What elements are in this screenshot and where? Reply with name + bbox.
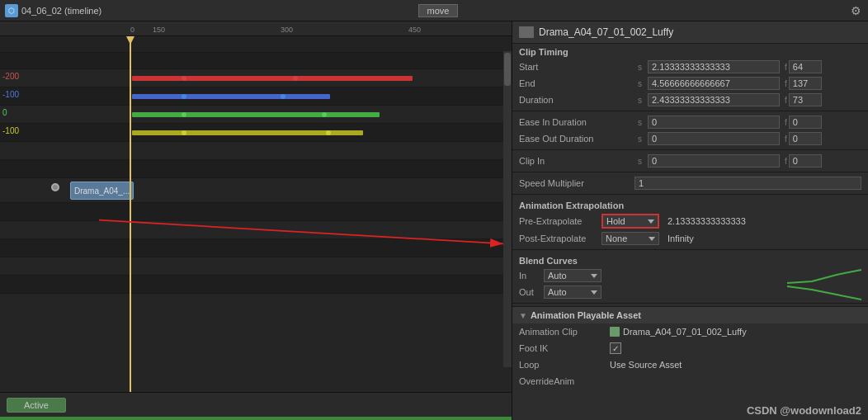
divider-2: [512, 149, 868, 150]
blend-in-curve-svg: [787, 267, 861, 285]
prop-clip-in-s-input[interactable]: [648, 154, 780, 168]
blend-out-curve-svg: [787, 283, 861, 301]
asset-foot-ik-value[interactable]: ✓: [610, 342, 861, 354]
chevron-down-blend-out-icon: [591, 290, 597, 295]
blend-out-label: Out: [519, 287, 544, 297]
prop-start: Start s f: [512, 59, 868, 75]
divider-1: [512, 111, 868, 111]
gear-icon[interactable]: ⚙: [848, 3, 863, 18]
blend-in-dropdown[interactable]: Auto: [544, 269, 601, 282]
extrap-post-dropdown[interactable]: None: [601, 232, 659, 245]
vertical-scrollbar[interactable]: [503, 51, 512, 367]
inspector-title: Drama_A04_07_01_002_Luffy: [539, 26, 673, 38]
clip-block[interactable]: Drama_A04_...: [70, 182, 134, 200]
track-empty-4: [0, 160, 512, 178]
extrap-post-row: Post-Extrapolate None Infinity: [512, 230, 868, 247]
timeline-icon: ⬡: [5, 4, 18, 17]
chevron-down-icon: [648, 219, 654, 224]
asset-override-anim-label: OverrideAnim: [519, 376, 610, 386]
blend-out-value: Auto: [548, 287, 567, 297]
foot-ik-checkbox[interactable]: ✓: [610, 342, 621, 354]
extrap-pre-dropdown[interactable]: Hold: [601, 214, 659, 229]
asset-foot-ik-label: Foot IK: [519, 343, 610, 353]
inspector-panel: Drama_A04_07_01_002_Luffy Clip Timing St…: [512, 21, 868, 420]
asset-prop-override-anim: OverrideAnim: [512, 373, 868, 389]
extrap-pre-extra: 2.13333333333333: [668, 216, 746, 226]
clip-label: Drama_A04_...: [74, 186, 130, 196]
prop-speed: Speed Multiplier: [512, 175, 868, 191]
timeline-bottom-bar: Active: [0, 392, 512, 417]
prop-speed-label: Speed Multiplier: [519, 178, 634, 188]
prop-speed-input[interactable]: [634, 177, 861, 190]
blend-in-value: Auto: [548, 271, 567, 281]
blend-in-label: In: [519, 271, 544, 281]
blend-in-row: In Auto: [512, 267, 868, 284]
prop-ease-in: Ease In Duration s f: [512, 114, 868, 130]
green-progress-bar: [0, 417, 512, 420]
track-row-empty1: [0, 36, 512, 53]
timeline-ruler: 0 150 300 450: [0, 21, 512, 36]
prop-ease-in-f-input[interactable]: [789, 116, 822, 129]
prop-ease-in-s-input[interactable]: [648, 116, 780, 129]
track-empty-8: [0, 257, 512, 276]
divider-3: [512, 172, 868, 172]
asset-loop-value: Use Source Asset: [610, 360, 861, 370]
prop-start-f-input[interactable]: [789, 60, 822, 73]
playhead[interactable]: [130, 36, 131, 392]
extrap-post-value: None: [606, 234, 627, 243]
chevron-down-blend-in-icon: [591, 274, 597, 278]
asset-animation-clip-value[interactable]: Drama_A04_07_01_002_Luffy: [610, 327, 861, 337]
prop-start-s-input[interactable]: [648, 60, 780, 73]
prop-ease-out-s-input[interactable]: [648, 132, 780, 145]
track-row-blue: -100: [0, 87, 512, 106]
timeline-panel: 0 150 300 450 -200: [0, 21, 512, 420]
extrap-post-label: Post-Extrapolate: [519, 234, 601, 243]
prop-duration-s-input[interactable]: [648, 93, 780, 106]
prop-duration: Duration s f: [512, 92, 868, 108]
prop-end-s-input[interactable]: [648, 77, 780, 90]
divider-6: [512, 303, 868, 304]
track-row-green: 0: [0, 106, 512, 124]
main-area: 0 150 300 450 -200: [0, 21, 868, 420]
divider-4: [512, 194, 868, 195]
track-row-clip[interactable]: Drama_A04_...: [0, 178, 512, 203]
prop-clip-in: Clip In s f: [512, 153, 868, 169]
prop-clip-in-f-input[interactable]: [789, 154, 822, 168]
track-empty-7: [0, 239, 512, 257]
blend-out-row: Out Auto: [512, 284, 868, 300]
track-row-red: -200: [0, 69, 512, 87]
track-empty-5: [0, 203, 512, 221]
ruler-mark-0: 0: [130, 26, 134, 34]
prop-start-label: Start: [519, 62, 634, 72]
scroll-thumb[interactable]: [504, 53, 511, 86]
prop-duration-f-input[interactable]: [789, 93, 822, 106]
extrap-pre-value: Hold: [606, 216, 625, 226]
asset-animation-clip-text: Drama_A04_07_01_002_Luffy: [623, 327, 747, 337]
prop-ease-in-label: Ease In Duration: [519, 117, 634, 127]
track-row-yellow: -100: [0, 124, 512, 142]
asset-prop-animation-clip: Animation Clip Drama_A04_07_01_002_Luffy: [512, 323, 868, 340]
asset-prop-foot-ik: Foot IK ✓: [512, 340, 868, 356]
ruler-mark-150: 150: [153, 26, 165, 34]
section-clip-timing: Clip Timing: [512, 44, 868, 59]
blend-curve-out-preview: [787, 284, 861, 300]
asset-section-header[interactable]: ▼ Animation Playable Asset: [512, 306, 868, 323]
track-empty-6: [0, 221, 512, 239]
asset-section-title: Animation Playable Asset: [531, 310, 641, 320]
ruler-mark-300: 300: [281, 26, 293, 34]
section-blend: Blend Curves: [512, 252, 868, 267]
ruler-mark-450: 450: [408, 26, 421, 34]
divider-5: [512, 249, 868, 250]
prop-duration-label: Duration: [519, 95, 634, 105]
asset-prop-loop: Loop Use Source Asset: [512, 356, 868, 373]
prop-ease-out: Ease Out Duration s f: [512, 130, 868, 147]
move-button[interactable]: move: [418, 4, 459, 17]
asset-loop-text: Use Source Asset: [610, 360, 682, 370]
blend-curve-in-preview: [787, 267, 861, 284]
prop-ease-out-f-input[interactable]: [789, 132, 822, 145]
prop-end-f-input[interactable]: [789, 77, 822, 90]
blend-out-dropdown[interactable]: Auto: [544, 286, 601, 299]
prop-end-label: End: [519, 78, 634, 88]
prop-end: End s f: [512, 75, 868, 92]
extrap-pre-row: Pre-Extrapolate Hold 2.13333333333333: [512, 212, 868, 230]
